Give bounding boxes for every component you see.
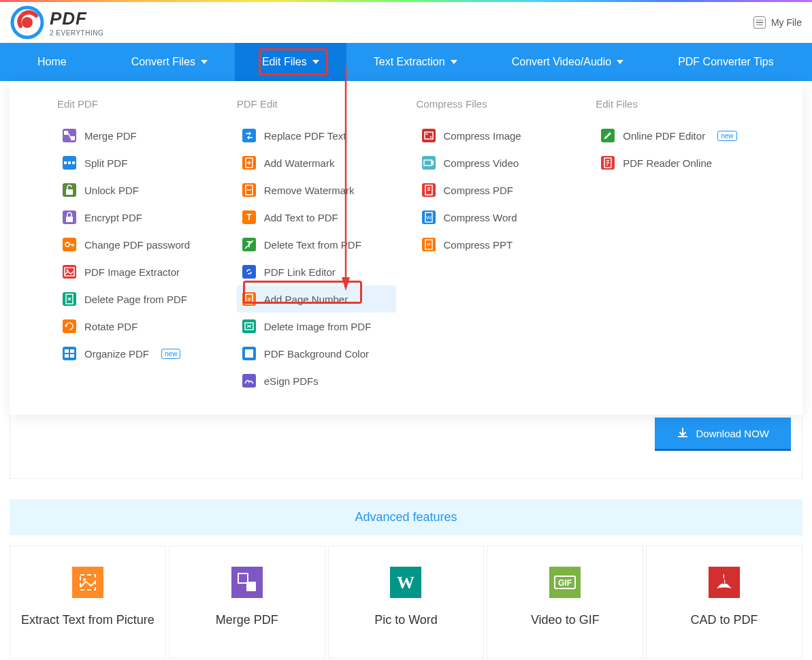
menu-item-replace-pdf-text[interactable]: Replace PDF Text (237, 122, 396, 149)
menu-item-label: Organize PDF (84, 348, 149, 360)
remove-wm-icon (242, 183, 256, 197)
menu-item-label: Online PDF Editor (623, 130, 705, 142)
logo[interactable]: PDF 2 EVERYTHING (10, 5, 103, 40)
menu-item-label: PDF Reader Online (623, 157, 712, 169)
nav-convert-files[interactable]: Convert Files (104, 43, 235, 81)
svg-rect-4 (64, 161, 67, 164)
svg-rect-3 (71, 136, 75, 140)
menu-item-add-page-number[interactable]: #Add Page Number (237, 285, 396, 313)
svg-text:P: P (427, 242, 430, 248)
my-file-button[interactable]: My File (753, 16, 802, 29)
pdf-icon (709, 567, 740, 598)
comp-vid-icon (422, 156, 436, 170)
nav-convert-video[interactable]: Convert Video/Audio (485, 43, 651, 81)
chevron-down-icon (312, 60, 319, 64)
W-icon: W (390, 567, 421, 598)
link-icon (242, 265, 256, 279)
menu-item-label: Compress Word (444, 212, 517, 223)
nav-home[interactable]: Home (0, 43, 104, 81)
header: PDF 2 EVERYTHING My File (0, 2, 812, 43)
logo-icon (10, 5, 44, 40)
nav-edit-files[interactable]: Edit Files (235, 43, 346, 81)
menu-item-pdf-image-extractor[interactable]: PDF Image Extractor (57, 258, 216, 285)
menu-item-label: Split PDF (84, 157, 127, 169)
menu-item-split-pdf[interactable]: Split PDF (57, 149, 216, 176)
col-title: Edit Files (596, 98, 755, 110)
menu-item-delete-image-from-pdf[interactable]: Delete Image from PDF (237, 313, 396, 340)
GIF-icon: GIF (549, 567, 581, 598)
card-label: CAD to PDF (691, 613, 758, 627)
svg-rect-15 (70, 349, 74, 353)
menu-item-label: Compress Video (444, 157, 519, 169)
logo-text-main: PDF (50, 8, 103, 29)
replace-icon (242, 129, 256, 142)
svg-rect-7 (66, 189, 73, 195)
merge-icon (63, 129, 76, 142)
unlock-icon (63, 183, 76, 197)
download-label: Download NOW (696, 428, 769, 439)
menu-item-label: PDF Background Color (264, 348, 369, 360)
feature-card-cad-to-pdf[interactable]: CAD to PDF (646, 546, 802, 659)
feature-card-merge-pdf[interactable]: Merge PDF (169, 546, 325, 659)
menu-item-add-text-to-pdf[interactable]: TAdd Text to PDF (237, 204, 396, 231)
menu-item-encrypt-pdf[interactable]: Encrypt PDF (57, 204, 216, 231)
menu-item-pdf-background-color[interactable]: PDF Background Color (237, 340, 396, 367)
menu-item-label: eSign PDFs (264, 375, 319, 387)
menu-item-label: Add Text to PDF (264, 212, 338, 223)
menu-item-compress-image[interactable]: Compress Image (417, 122, 576, 149)
merge-icon (231, 567, 263, 598)
comp-img-icon (422, 129, 436, 142)
menu-item-online-pdf-editor[interactable]: Online PDF Editornew (596, 122, 755, 149)
svg-text:T: T (246, 213, 252, 222)
card-label: Extract Text from Picture (21, 613, 155, 627)
dropdown-col-edit-files: Edit Files Online PDF EditornewPDF Reade… (596, 98, 755, 394)
feature-card-pic-to-word[interactable]: WPic to Word (328, 546, 485, 659)
menu-item-label: Delete Image from PDF (264, 321, 372, 332)
comp-pdf-icon (422, 183, 436, 197)
svg-point-11 (67, 270, 69, 272)
nav-tips[interactable]: PDF Converter Tips (651, 43, 800, 81)
svg-rect-14 (65, 349, 69, 353)
feature-card-extract-text-from-picture[interactable]: Extract Text from Picture (10, 546, 166, 659)
download-now-button[interactable]: Download NOW (655, 418, 791, 451)
menu-item-organize-pdf[interactable]: Organize PDFnew (57, 340, 216, 367)
delete-text-icon: T (242, 238, 256, 251)
download-icon (677, 427, 689, 439)
list-icon (753, 16, 766, 29)
menu-item-pdf-reader-online[interactable]: PDF Reader Online (596, 149, 755, 176)
svg-point-41 (83, 578, 86, 581)
menu-item-unlock-pdf[interactable]: Unlock PDF (57, 176, 216, 204)
reader-icon (601, 156, 615, 170)
menu-item-pdf-link-editor[interactable]: PDF Link Editor (237, 258, 396, 285)
menu-item-merge-pdf[interactable]: Merge PDF (57, 122, 216, 149)
menu-item-compress-ppt[interactable]: PCompress PPT (417, 231, 576, 258)
delete-page-icon (63, 292, 76, 306)
watermark-icon (242, 156, 256, 170)
menu-item-label: Change PDF password (84, 239, 190, 251)
menu-item-compress-word[interactable]: WCompress Word (417, 204, 576, 231)
menu-item-compress-video[interactable]: Compress Video (417, 149, 576, 176)
svg-rect-5 (68, 161, 71, 164)
svg-rect-16 (65, 354, 69, 358)
image-icon (63, 265, 76, 279)
editor-icon (601, 129, 615, 142)
menu-item-esign-pdfs[interactable]: eSign PDFs (237, 367, 396, 394)
svg-rect-6 (72, 161, 75, 164)
lock-icon (63, 210, 76, 224)
card-label: Pic to Word (374, 613, 438, 627)
menu-item-label: Delete Page from PDF (84, 294, 187, 305)
menu-item-remove-watermark[interactable]: Remove Watermark (237, 176, 396, 204)
menu-item-delete-text-from-pdf[interactable]: TDelete Text from PDF (237, 231, 396, 258)
card-label: Video to GIF (531, 613, 600, 627)
nav-text-extraction[interactable]: Text Extraction (346, 43, 485, 81)
feature-card-video-to-gif[interactable]: GIFVideo to GIF (487, 546, 643, 659)
rotate-icon (63, 319, 76, 333)
logo-text-sub: 2 EVERYTHING (50, 29, 103, 37)
col-title: PDF Edit (237, 98, 396, 110)
menu-item-delete-page-from-pdf[interactable]: Delete Page from PDF (57, 285, 216, 313)
card-label: Merge PDF (216, 613, 278, 627)
menu-item-compress-pdf[interactable]: Compress PDF (417, 176, 576, 204)
menu-item-rotate-pdf[interactable]: Rotate PDF (57, 313, 216, 340)
menu-item-change-pdf-password[interactable]: Change PDF password (57, 231, 216, 258)
menu-item-add-watermark[interactable]: Add Watermark (237, 149, 396, 176)
